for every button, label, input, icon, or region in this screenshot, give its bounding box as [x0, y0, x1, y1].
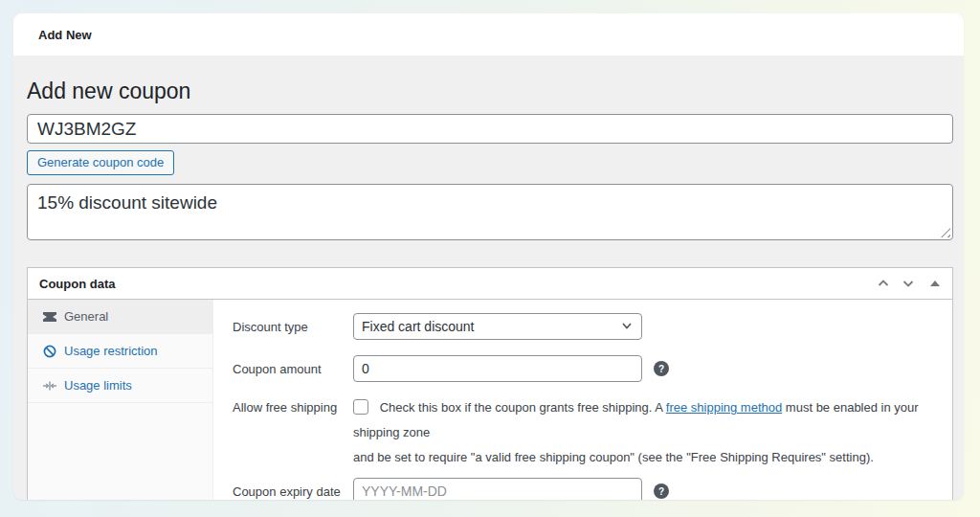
general-tab-fields: Discount type Fixed cart discount Coupon… [213, 300, 952, 500]
discount-type-label: Discount type [233, 320, 353, 334]
question-help-icon[interactable]: ? [654, 361, 669, 376]
chevron-down-icon [620, 319, 634, 335]
coupon-code-input[interactable] [27, 114, 953, 144]
discount-type-row: Discount type Fixed cart discount [233, 305, 952, 348]
admin-content-card: Add New Add new coupon Generate coupon c… [13, 13, 964, 500]
tab-general-label: General [64, 309, 108, 324]
expiry-date-label: Coupon expiry date [233, 484, 353, 499]
coupon-amount-row: Coupon amount ? [233, 348, 952, 390]
tab-usage-restriction-label: Usage restriction [64, 344, 158, 358]
free-shipping-label: Allow free shipping [233, 395, 353, 415]
coupon-description-textarea[interactable]: 15% discount sitewide [27, 184, 953, 240]
discount-type-select[interactable]: Fixed cart discount [353, 313, 642, 340]
expiry-date-row: Coupon expiry date ? [233, 470, 952, 500]
free-shipping-text-3: and be set to require "a valid free ship… [353, 450, 874, 464]
toggle-triangle-icon [930, 281, 940, 286]
ticket-icon [42, 311, 56, 323]
main-content: Add new coupon Generate coupon code 15% … [13, 78, 964, 500]
free-shipping-checkbox[interactable] [353, 399, 368, 415]
free-shipping-method-link[interactable]: free shipping method [666, 400, 782, 415]
panel-toggle-button[interactable] [925, 276, 941, 291]
free-shipping-text-1: Check this box if the coupon grants free… [380, 400, 666, 415]
question-help-icon[interactable]: ? [654, 483, 669, 499]
tab-usage-restriction[interactable]: Usage restriction [28, 334, 212, 369]
usage-limits-icon [42, 380, 56, 392]
chevron-down-icon[interactable] [901, 276, 916, 291]
coupon-amount-input[interactable] [353, 355, 642, 382]
coupon-amount-label: Coupon amount [233, 362, 353, 376]
coupon-data-panel-header: Coupon data [28, 268, 952, 300]
no-entry-icon [42, 345, 56, 358]
generate-coupon-code-button[interactable]: Generate coupon code [27, 150, 174, 175]
discount-type-selected-value: Fixed cart discount [362, 319, 620, 334]
coupon-expiry-date-input[interactable] [353, 478, 642, 500]
tab-usage-limits[interactable]: Usage limits [28, 369, 212, 403]
page-header-bar: Add New [13, 13, 964, 56]
coupon-data-panel: Coupon data [27, 267, 953, 500]
free-shipping-description: Check this box if the coupon grants free… [353, 395, 952, 470]
coupon-data-tabs: General Usage restriction Usage limits [28, 300, 213, 500]
free-shipping-row: Allow free shipping Check this box if th… [233, 390, 952, 470]
page-header-title: Add New [38, 28, 92, 42]
coupon-data-panel-body: General Usage restriction Usage limits [28, 300, 952, 500]
tab-usage-limits-label: Usage limits [64, 378, 132, 393]
page-title: Add new coupon [27, 78, 953, 105]
chevron-up-icon[interactable] [876, 276, 891, 291]
tab-general[interactable]: General [28, 300, 212, 334]
coupon-data-panel-title: Coupon data [39, 277, 876, 291]
panel-controls [876, 276, 941, 291]
description-wrapper: 15% discount sitewide [27, 184, 953, 240]
